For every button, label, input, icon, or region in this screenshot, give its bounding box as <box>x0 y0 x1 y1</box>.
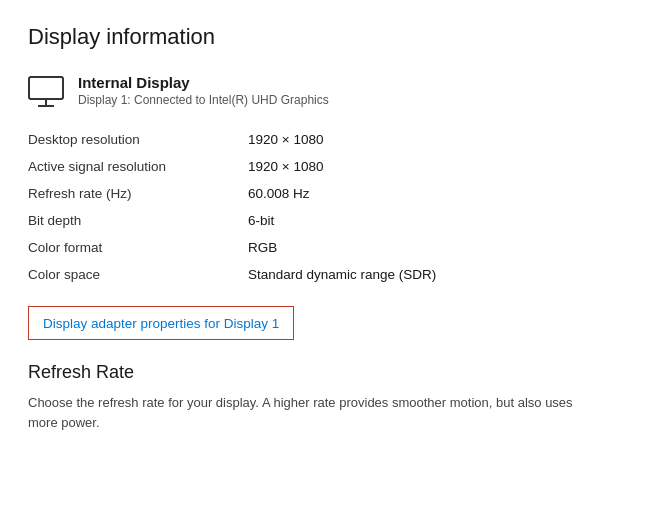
info-table: Desktop resolution1920 × 1080Active sign… <box>28 126 641 288</box>
display-header: Internal Display Display 1: Connected to… <box>28 74 641 108</box>
info-label: Color format <box>28 234 248 261</box>
refresh-rate-title: Refresh Rate <box>28 362 641 383</box>
display-subtitle: Display 1: Connected to Intel(R) UHD Gra… <box>78 93 329 107</box>
adapter-link-wrapper: Display adapter properties for Display 1 <box>28 306 294 340</box>
info-label: Bit depth <box>28 207 248 234</box>
info-value: RGB <box>248 234 641 261</box>
table-row: Active signal resolution1920 × 1080 <box>28 153 641 180</box>
svg-rect-0 <box>29 77 63 99</box>
info-label: Refresh rate (Hz) <box>28 180 248 207</box>
table-row: Bit depth6-bit <box>28 207 641 234</box>
info-value: Standard dynamic range (SDR) <box>248 261 641 288</box>
info-value: 1920 × 1080 <box>248 153 641 180</box>
adapter-link[interactable]: Display adapter properties for Display 1 <box>43 316 279 331</box>
info-value: 6-bit <box>248 207 641 234</box>
monitor-icon <box>28 76 64 108</box>
info-label: Desktop resolution <box>28 126 248 153</box>
display-name: Internal Display <box>78 74 329 91</box>
info-value: 60.008 Hz <box>248 180 641 207</box>
display-info: Internal Display Display 1: Connected to… <box>78 74 329 107</box>
refresh-rate-description: Choose the refresh rate for your display… <box>28 393 588 432</box>
table-row: Desktop resolution1920 × 1080 <box>28 126 641 153</box>
table-row: Refresh rate (Hz)60.008 Hz <box>28 180 641 207</box>
page-title: Display information <box>28 24 641 50</box>
table-row: Color spaceStandard dynamic range (SDR) <box>28 261 641 288</box>
info-label: Color space <box>28 261 248 288</box>
info-value: 1920 × 1080 <box>248 126 641 153</box>
info-label: Active signal resolution <box>28 153 248 180</box>
table-row: Color formatRGB <box>28 234 641 261</box>
